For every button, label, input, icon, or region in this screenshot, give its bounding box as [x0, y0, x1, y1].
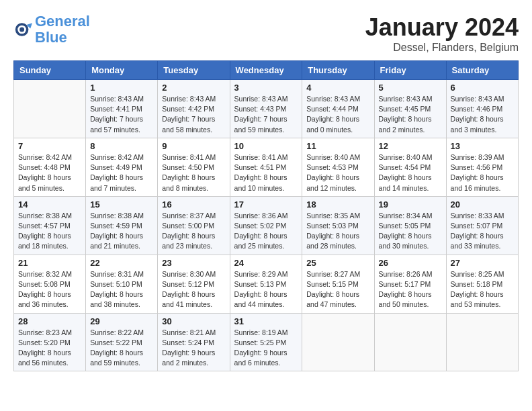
logo-line2: Blue [35, 29, 67, 46]
day-info: Sunrise: 8:41 AM Sunset: 4:51 PM Dayligh… [234, 152, 298, 193]
day-number: 10 [234, 141, 298, 151]
weekday-header-saturday: Saturday [446, 61, 518, 80]
day-number: 2 [162, 83, 225, 93]
day-cell: 21Sunrise: 8:32 AM Sunset: 5:08 PM Dayli… [14, 255, 86, 313]
day-number: 29 [90, 316, 153, 326]
day-info: Sunrise: 8:21 AM Sunset: 5:24 PM Dayligh… [162, 328, 225, 369]
day-number: 28 [18, 316, 81, 326]
svg-point-2 [19, 28, 24, 32]
day-info: Sunrise: 8:32 AM Sunset: 5:08 PM Dayligh… [18, 269, 81, 310]
day-number: 26 [379, 258, 442, 268]
day-number: 20 [451, 199, 514, 210]
day-cell: 3Sunrise: 8:43 AM Sunset: 4:43 PM Daylig… [230, 80, 302, 138]
day-info: Sunrise: 8:37 AM Sunset: 5:00 PM Dayligh… [162, 211, 225, 252]
day-cell: 5Sunrise: 8:43 AM Sunset: 4:45 PM Daylig… [374, 80, 446, 138]
day-cell: 16Sunrise: 8:37 AM Sunset: 5:00 PM Dayli… [158, 196, 230, 255]
weekday-header-wednesday: Wednesday [230, 61, 302, 80]
day-info: Sunrise: 8:27 AM Sunset: 5:15 PM Dayligh… [306, 269, 369, 310]
day-cell: 30Sunrise: 8:21 AM Sunset: 5:24 PM Dayli… [158, 313, 230, 371]
day-cell: 23Sunrise: 8:30 AM Sunset: 5:12 PM Dayli… [158, 255, 230, 313]
day-cell: 9Sunrise: 8:41 AM Sunset: 4:50 PM Daylig… [158, 138, 230, 196]
day-info: Sunrise: 8:39 AM Sunset: 4:56 PM Dayligh… [451, 152, 514, 193]
day-cell: 17Sunrise: 8:36 AM Sunset: 5:02 PM Dayli… [230, 196, 302, 255]
day-cell: 28Sunrise: 8:23 AM Sunset: 5:20 PM Dayli… [14, 313, 86, 371]
day-info: Sunrise: 8:43 AM Sunset: 4:45 PM Dayligh… [379, 94, 442, 135]
day-info: Sunrise: 8:42 AM Sunset: 4:49 PM Dayligh… [90, 152, 153, 193]
day-cell: 31Sunrise: 8:19 AM Sunset: 5:25 PM Dayli… [230, 313, 302, 371]
day-cell: 29Sunrise: 8:22 AM Sunset: 5:22 PM Dayli… [86, 313, 158, 371]
page-header: General Blue January 2024 Dessel, Flande… [13, 13, 519, 54]
logo-text: General Blue [35, 13, 90, 46]
day-cell: 13Sunrise: 8:39 AM Sunset: 4:56 PM Dayli… [446, 138, 518, 196]
day-cell: 8Sunrise: 8:42 AM Sunset: 4:49 PM Daylig… [86, 138, 158, 196]
weekday-header-thursday: Thursday [302, 61, 374, 80]
day-number: 24 [234, 258, 298, 268]
week-row-4: 21Sunrise: 8:32 AM Sunset: 5:08 PM Dayli… [14, 255, 519, 313]
day-number: 5 [379, 83, 442, 93]
title-block: January 2024 Dessel, Flanders, Belgium [365, 13, 519, 54]
day-cell: 19Sunrise: 8:34 AM Sunset: 5:05 PM Dayli… [374, 196, 446, 255]
day-cell: 22Sunrise: 8:31 AM Sunset: 5:10 PM Dayli… [86, 255, 158, 313]
day-number: 22 [90, 258, 153, 268]
day-info: Sunrise: 8:29 AM Sunset: 5:13 PM Dayligh… [234, 269, 298, 310]
day-number: 23 [162, 258, 225, 268]
calendar-table: SundayMondayTuesdayWednesdayThursdayFrid… [13, 60, 519, 371]
day-cell: 25Sunrise: 8:27 AM Sunset: 5:15 PM Dayli… [302, 255, 374, 313]
day-cell: 14Sunrise: 8:38 AM Sunset: 4:57 PM Dayli… [14, 196, 86, 255]
location-title: Dessel, Flanders, Belgium [365, 42, 519, 54]
day-cell: 4Sunrise: 8:43 AM Sunset: 4:44 PM Daylig… [302, 80, 374, 138]
day-number: 30 [162, 316, 225, 326]
day-cell: 15Sunrise: 8:38 AM Sunset: 4:59 PM Dayli… [86, 196, 158, 255]
day-info: Sunrise: 8:43 AM Sunset: 4:44 PM Dayligh… [306, 94, 369, 135]
day-cell: 12Sunrise: 8:40 AM Sunset: 4:54 PM Dayli… [374, 138, 446, 196]
day-cell: 27Sunrise: 8:25 AM Sunset: 5:18 PM Dayli… [446, 255, 518, 313]
day-number: 4 [306, 83, 369, 93]
day-info: Sunrise: 8:43 AM Sunset: 4:41 PM Dayligh… [90, 94, 153, 135]
day-number: 11 [306, 141, 369, 151]
day-cell: 1Sunrise: 8:43 AM Sunset: 4:41 PM Daylig… [86, 80, 158, 138]
day-cell [302, 313, 374, 371]
day-info: Sunrise: 8:35 AM Sunset: 5:03 PM Dayligh… [306, 211, 369, 252]
day-info: Sunrise: 8:42 AM Sunset: 4:48 PM Dayligh… [18, 152, 81, 193]
day-info: Sunrise: 8:38 AM Sunset: 4:57 PM Dayligh… [18, 211, 81, 252]
day-info: Sunrise: 8:30 AM Sunset: 5:12 PM Dayligh… [162, 269, 225, 310]
day-info: Sunrise: 8:34 AM Sunset: 5:05 PM Dayligh… [379, 211, 442, 252]
day-info: Sunrise: 8:19 AM Sunset: 5:25 PM Dayligh… [234, 328, 298, 369]
day-cell: 18Sunrise: 8:35 AM Sunset: 5:03 PM Dayli… [302, 196, 374, 255]
day-info: Sunrise: 8:36 AM Sunset: 5:02 PM Dayligh… [234, 211, 298, 252]
day-cell: 11Sunrise: 8:40 AM Sunset: 4:53 PM Dayli… [302, 138, 374, 196]
weekday-header-tuesday: Tuesday [158, 61, 230, 80]
day-info: Sunrise: 8:25 AM Sunset: 5:18 PM Dayligh… [451, 269, 514, 310]
day-info: Sunrise: 8:41 AM Sunset: 4:50 PM Dayligh… [162, 152, 225, 193]
week-row-5: 28Sunrise: 8:23 AM Sunset: 5:20 PM Dayli… [14, 313, 519, 371]
day-number: 16 [162, 199, 225, 210]
weekday-header-row: SundayMondayTuesdayWednesdayThursdayFrid… [14, 61, 519, 80]
day-number: 8 [90, 141, 153, 151]
day-info: Sunrise: 8:43 AM Sunset: 4:46 PM Dayligh… [451, 94, 514, 135]
day-info: Sunrise: 8:40 AM Sunset: 4:53 PM Dayligh… [306, 152, 369, 193]
day-number: 19 [379, 199, 442, 210]
week-row-1: 1Sunrise: 8:43 AM Sunset: 4:41 PM Daylig… [14, 80, 519, 138]
day-number: 13 [451, 141, 514, 151]
day-number: 27 [451, 258, 514, 268]
day-number: 1 [90, 83, 153, 93]
day-info: Sunrise: 8:43 AM Sunset: 4:42 PM Dayligh… [162, 94, 225, 135]
day-cell: 6Sunrise: 8:43 AM Sunset: 4:46 PM Daylig… [446, 80, 518, 138]
day-number: 25 [306, 258, 369, 268]
logo-icon [13, 20, 32, 39]
day-number: 31 [234, 316, 298, 326]
day-cell: 26Sunrise: 8:26 AM Sunset: 5:17 PM Dayli… [374, 255, 446, 313]
day-cell [374, 313, 446, 371]
day-info: Sunrise: 8:26 AM Sunset: 5:17 PM Dayligh… [379, 269, 442, 310]
day-cell: 7Sunrise: 8:42 AM Sunset: 4:48 PM Daylig… [14, 138, 86, 196]
day-number: 7 [18, 141, 81, 151]
day-cell: 2Sunrise: 8:43 AM Sunset: 4:42 PM Daylig… [158, 80, 230, 138]
day-info: Sunrise: 8:23 AM Sunset: 5:20 PM Dayligh… [18, 328, 81, 369]
weekday-header-friday: Friday [374, 61, 446, 80]
weekday-header-monday: Monday [86, 61, 158, 80]
day-info: Sunrise: 8:22 AM Sunset: 5:22 PM Dayligh… [90, 328, 153, 369]
day-number: 21 [18, 258, 81, 268]
day-number: 15 [90, 199, 153, 210]
day-number: 3 [234, 83, 298, 93]
logo-line1: General [35, 13, 90, 30]
